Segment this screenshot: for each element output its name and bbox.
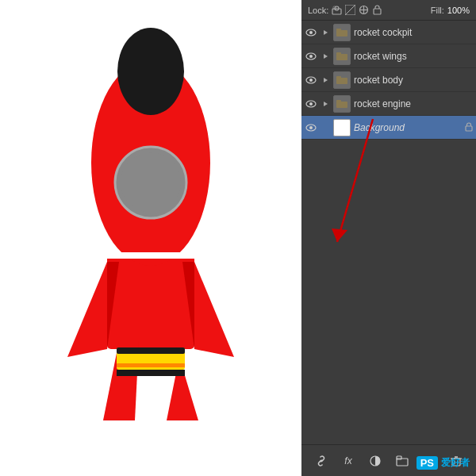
new-group-icon[interactable] xyxy=(394,453,410,469)
svg-rect-28 xyxy=(336,30,347,36)
lock-all-icon[interactable] xyxy=(372,5,382,15)
layer-thumbnail xyxy=(333,95,351,113)
canvas-area xyxy=(0,0,301,476)
svg-rect-13 xyxy=(117,347,185,354)
lock-icons xyxy=(332,5,382,15)
layers-list: rocket cockpit rocket wings xyxy=(301,21,476,444)
svg-marker-27 xyxy=(324,30,328,35)
svg-marker-42 xyxy=(324,102,328,106)
svg-rect-14 xyxy=(117,363,185,367)
expand-icon[interactable] xyxy=(321,28,330,37)
svg-rect-43 xyxy=(336,102,347,108)
lock-label: Lock: xyxy=(308,6,328,15)
visibility-icon[interactable] xyxy=(305,74,317,86)
svg-rect-39 xyxy=(336,76,341,79)
svg-rect-47 xyxy=(466,126,472,131)
expand-icon[interactable] xyxy=(321,75,330,85)
lock-image-icon[interactable] xyxy=(345,5,355,15)
adjustment-layer-icon[interactable] xyxy=(367,453,383,469)
svg-marker-37 xyxy=(324,78,328,83)
svg-point-31 xyxy=(309,55,313,58)
fill-row: Fill: 100% xyxy=(431,6,470,15)
svg-rect-34 xyxy=(336,52,341,55)
layer-item[interactable]: rocket cockpit xyxy=(301,21,476,44)
svg-rect-24 xyxy=(374,9,381,14)
expand-placeholder xyxy=(321,123,330,132)
svg-rect-3 xyxy=(103,252,198,259)
fill-label: Fill: xyxy=(431,6,444,15)
layers-panel: Lock: Fill: 100% xyxy=(301,0,476,476)
rocket-svg xyxy=(60,16,242,460)
svg-point-26 xyxy=(309,31,313,34)
ps-logo: PS xyxy=(416,456,438,470)
svg-rect-44 xyxy=(336,100,341,102)
svg-marker-32 xyxy=(324,54,328,59)
fx-icon[interactable]: fx xyxy=(340,453,356,469)
layer-thumbnail xyxy=(333,24,351,41)
layer-name: rocket engine xyxy=(354,98,473,109)
layer-item[interactable]: rocket engine xyxy=(301,92,476,116)
lock-position-icon[interactable] xyxy=(359,5,369,15)
visibility-icon[interactable] xyxy=(305,98,317,110)
layer-name: rocket cockpit xyxy=(354,27,473,38)
fill-value[interactable]: 100% xyxy=(447,6,470,15)
svg-rect-38 xyxy=(336,78,347,84)
layer-name: rocket wings xyxy=(354,51,473,62)
svg-point-5 xyxy=(121,152,181,213)
layer-item[interactable]: rocket wings xyxy=(301,44,476,68)
svg-line-20 xyxy=(345,5,355,15)
expand-icon[interactable] xyxy=(321,99,330,109)
svg-rect-15 xyxy=(117,370,185,376)
lock-fill-row: Lock: Fill: 100% xyxy=(301,0,476,21)
visibility-icon[interactable] xyxy=(305,50,317,63)
svg-rect-29 xyxy=(336,29,341,31)
expand-icon[interactable] xyxy=(321,52,330,61)
layer-item-background[interactable]: Background xyxy=(301,116,476,140)
lock-transparent-icon[interactable] xyxy=(332,5,342,15)
ps-watermark: PS 爱好者 xyxy=(416,456,470,470)
svg-rect-33 xyxy=(336,54,347,60)
ps-text: 爱好者 xyxy=(441,456,470,470)
svg-marker-6 xyxy=(67,262,107,357)
layer-name-background: Background xyxy=(354,122,462,133)
svg-point-46 xyxy=(309,126,313,129)
layer-thumbnail xyxy=(333,71,351,89)
svg-point-41 xyxy=(309,102,313,106)
layer-name: rocket body xyxy=(354,75,473,86)
visibility-icon[interactable] xyxy=(305,26,317,39)
link-icon[interactable] xyxy=(313,453,329,469)
layer-thumbnail-background xyxy=(333,119,351,136)
svg-rect-50 xyxy=(397,456,401,459)
svg-marker-8 xyxy=(194,262,234,357)
svg-point-2 xyxy=(117,28,184,115)
svg-rect-0 xyxy=(107,254,194,349)
lock-icon xyxy=(465,122,473,133)
visibility-icon[interactable] xyxy=(305,121,317,134)
svg-point-36 xyxy=(309,79,313,82)
layer-thumbnail xyxy=(333,48,351,65)
layer-item[interactable]: rocket body xyxy=(301,68,476,92)
